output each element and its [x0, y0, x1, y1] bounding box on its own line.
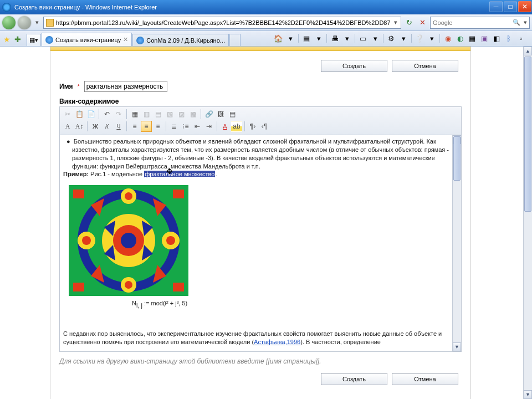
- help-icon[interactable]: ❔: [414, 33, 425, 44]
- tools-icon[interactable]: ⚙: [386, 33, 397, 44]
- copy-button[interactable]: 📋: [74, 109, 85, 120]
- quick-tabs-button[interactable]: ▦▾: [27, 34, 41, 46]
- separator: [201, 109, 201, 119]
- add-favorite-icon[interactable]: ✚: [14, 35, 23, 44]
- svg-rect-24: [173, 190, 184, 198]
- svg-point-18: [125, 281, 132, 289]
- insert-table-button[interactable]: ▦: [129, 109, 140, 120]
- numbered-list-button[interactable]: ≣: [168, 121, 180, 132]
- fractal-image: [69, 185, 188, 296]
- maximize-button[interactable]: □: [504, 1, 517, 12]
- ext-icon-2[interactable]: ◐: [454, 33, 466, 44]
- bullet-list-button[interactable]: ⁝≡: [180, 121, 191, 132]
- chevron-down-icon[interactable]: ▾: [370, 33, 381, 44]
- close-button[interactable]: ✕: [518, 1, 531, 12]
- page-icon[interactable]: ▭: [357, 33, 369, 44]
- separator: [166, 121, 166, 131]
- search-bar[interactable]: 🔍 ▾: [430, 17, 530, 29]
- minimize-button[interactable]: ─: [489, 1, 503, 12]
- new-tab-button[interactable]: [229, 34, 241, 46]
- font-family-button[interactable]: A: [62, 121, 73, 132]
- table-btn-3[interactable]: ▤: [152, 109, 163, 120]
- table-btn-4[interactable]: ▧: [164, 109, 175, 120]
- html-source-button[interactable]: ▤: [227, 109, 238, 120]
- scroll-thumb[interactable]: [453, 136, 461, 181]
- page-scrollbar[interactable]: ▲ ▼: [523, 47, 532, 399]
- insert-link-button[interactable]: 🔗: [203, 109, 214, 120]
- table-btn-6[interactable]: ▩: [187, 109, 198, 120]
- ext-icon-5[interactable]: ◧: [491, 33, 502, 44]
- bluetooth-icon[interactable]: ᛒ: [503, 33, 514, 44]
- wiki-content-label: Вики-содержимое: [59, 98, 462, 105]
- nav-history-drop[interactable]: ▾: [33, 16, 41, 29]
- undo-button[interactable]: ↶: [101, 109, 112, 120]
- bold-button[interactable]: Ж: [90, 121, 101, 132]
- forward-button[interactable]: [18, 16, 31, 29]
- stop-button[interactable]: ✕: [417, 17, 428, 28]
- feed-icon[interactable]: ▤: [301, 33, 312, 44]
- search-drop[interactable]: ▾: [521, 19, 529, 26]
- cancel-button-bottom[interactable]: Отмена: [392, 373, 458, 385]
- name-label: Имя: [59, 83, 73, 90]
- cancel-button-top[interactable]: Отмена: [392, 60, 458, 72]
- url-input[interactable]: [55, 19, 392, 26]
- address-bar[interactable]: ▾: [43, 17, 401, 29]
- favorites-icon[interactable]: ★: [3, 35, 12, 44]
- example-label: Пример:: [63, 171, 89, 177]
- scroll-up-icon[interactable]: ▲: [524, 47, 532, 55]
- chevron-down-icon[interactable]: ▾: [285, 33, 296, 44]
- create-button-bottom[interactable]: Создать: [321, 373, 387, 385]
- tab-close-icon[interactable]: ✕: [123, 36, 128, 43]
- reference-link[interactable]: Астафьева,1996: [254, 339, 300, 345]
- separator: [298, 34, 299, 43]
- chevron-down-icon[interactable]: ▾: [398, 33, 409, 44]
- editor-scrollbar[interactable]: ▲ ▼: [452, 135, 461, 351]
- create-button-top[interactable]: Создать: [321, 60, 387, 72]
- separator: [355, 34, 355, 43]
- chevron-down-icon[interactable]: ▾: [426, 33, 437, 44]
- font-size-button[interactable]: A↕: [74, 121, 85, 132]
- scroll-down-icon[interactable]: ▼: [524, 390, 532, 399]
- scroll-thumb[interactable]: [524, 57, 531, 212]
- paragraph-1: Большинство реальных природных объектов …: [72, 138, 449, 170]
- editor-toolbar: ✂ 📋 📄 ↶ ↷ ▦ ▥ ▤ ▧ ▨ ▩: [60, 107, 461, 135]
- back-button[interactable]: [2, 16, 16, 29]
- table-btn-5[interactable]: ▨: [176, 109, 187, 120]
- align-left-button[interactable]: ≡: [129, 121, 140, 132]
- editor-body[interactable]: ● Большинство реальных природных объекто…: [60, 135, 461, 351]
- refresh-button[interactable]: ↻: [403, 17, 415, 28]
- chevron-down-icon[interactable]: ▾: [313, 33, 324, 44]
- scroll-down-icon[interactable]: ▼: [453, 342, 461, 351]
- insert-image-button[interactable]: 🖼: [215, 109, 226, 120]
- ext-icon-6[interactable]: ▫: [515, 33, 526, 44]
- tab-active[interactable]: Создать вики-страницу ✕: [42, 33, 132, 46]
- ext-icon-1[interactable]: ◉: [442, 33, 453, 44]
- separator: [126, 121, 127, 131]
- ext-icon-4[interactable]: ▣: [479, 33, 490, 44]
- italic-button[interactable]: К: [101, 121, 112, 132]
- home-icon[interactable]: 🏠: [273, 33, 284, 44]
- chevron-down-icon[interactable]: ▾: [341, 33, 352, 44]
- svg-point-17: [125, 192, 132, 200]
- redo-button[interactable]: ↷: [113, 109, 124, 120]
- ext-icon-3[interactable]: ▦: [467, 33, 478, 44]
- search-button[interactable]: 🔍: [511, 19, 521, 26]
- outdent-button[interactable]: ⇤: [192, 121, 203, 132]
- align-right-button[interactable]: ≡: [152, 121, 163, 132]
- table-btn-2[interactable]: ▥: [141, 109, 152, 120]
- align-center-button[interactable]: ≡: [141, 121, 152, 132]
- print-icon[interactable]: 🖶: [329, 33, 340, 44]
- tab-inactive[interactable]: ConMa 2.09 / Д.В.Кирьяно...: [132, 34, 229, 46]
- paste-button[interactable]: 📄: [85, 109, 96, 120]
- search-input[interactable]: [431, 19, 511, 26]
- svg-rect-23: [73, 190, 84, 198]
- rtl-button[interactable]: ‹¶: [259, 121, 270, 132]
- underline-button[interactable]: Ч: [113, 121, 124, 132]
- highlight-button[interactable]: ab: [231, 121, 242, 132]
- url-drop-icon[interactable]: ▾: [392, 19, 400, 26]
- indent-button[interactable]: ⇥: [203, 121, 214, 132]
- ltr-button[interactable]: ¶›: [247, 121, 258, 132]
- name-input[interactable]: [84, 81, 167, 92]
- cut-button[interactable]: ✂: [62, 109, 73, 120]
- font-color-button[interactable]: A: [219, 121, 231, 132]
